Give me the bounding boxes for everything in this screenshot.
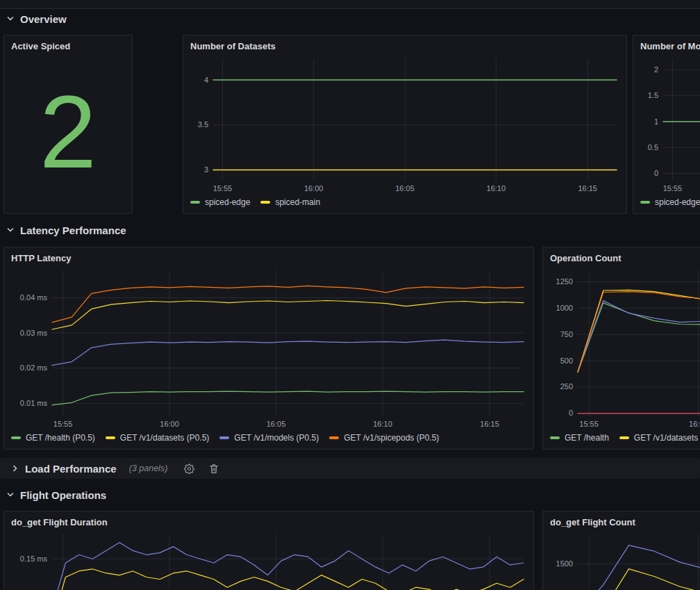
chart-number-of-models[interactable]: 15:5516:0016:0516:1016:1500.511.52 [640,54,700,195]
svg-text:1000: 1000 [556,304,573,312]
gear-icon[interactable] [184,464,194,474]
chart-http-latency[interactable]: 15:5516:0016:0516:1016:150.01 ms0.02 ms0… [11,266,526,431]
svg-text:16:00: 16:00 [160,420,179,428]
legend-swatch [106,436,115,439]
svg-text:0: 0 [569,409,573,417]
legend-label: GET /health [565,433,609,443]
legend-swatch [329,436,339,439]
grafana-dashboard: Overview Active Spiced 2 Number of Datas… [0,0,700,590]
panel-number-of-models: Number of Models 15:5516:0016:0516:1016:… [633,35,700,214]
chevron-right-icon [10,464,20,473]
legend-label: GET /v1/datasets [634,433,699,443]
chart-flight-duration[interactable]: 15:5516:0016:0516:1016:150.15 ms [11,530,526,590]
chart-operation-count[interactable]: 15:5516:0016:0516:1016:15025050075010001… [550,266,700,431]
panel-title[interactable]: Number of Datasets [190,39,619,54]
legend: spiced-edge [640,195,700,209]
legend-item[interactable]: GET /v1/models (P0.5) [219,433,319,443]
legend-label: GET /health (P0.5) [26,433,95,443]
svg-text:16:15: 16:15 [578,184,597,192]
svg-text:16:10: 16:10 [373,420,392,428]
svg-text:1.5: 1.5 [648,91,658,99]
panel-title[interactable]: Active Spiced [11,39,125,54]
section-title: Flight Operations [20,489,106,501]
section-title: Latency Performance [20,224,126,236]
panel-count-label: (3 panels) [129,464,168,473]
svg-text:15:55: 15:55 [53,420,73,428]
svg-text:16:00: 16:00 [304,184,324,192]
svg-text:16:00: 16:00 [689,420,700,428]
chevron-down-icon [6,225,15,235]
panel-title[interactable]: do_get Flight Count [550,515,700,530]
svg-text:1: 1 [654,117,658,126]
panel-flight-duration: do_get Flight Duration 15:5516:0016:0516… [3,511,534,590]
legend-label: GET /v1/spicepods (P0.5) [344,433,439,443]
legend-item[interactable]: GET /health [550,433,609,443]
svg-text:500: 500 [560,357,573,365]
legend-swatch [11,436,21,439]
svg-text:16:05: 16:05 [267,420,286,428]
legend-swatch [260,201,270,204]
legend-swatch [190,201,200,204]
panel-flight-count: do_get Flight Count 15:5516:0016:0516:10… [542,511,700,590]
panel-operation-count: Operation Count 15:5516:0016:0516:1016:1… [542,247,700,450]
legend-item[interactable]: GET /v1/spicepods (P0.5) [329,433,439,443]
section-header-overview[interactable]: Overview [6,11,67,26]
legend-swatch [640,201,650,204]
svg-text:16:05: 16:05 [395,184,415,192]
section-header-flight[interactable]: Flight Operations [6,487,106,502]
legend-item[interactable]: GET /v1/datasets [619,433,699,443]
svg-text:1250: 1250 [556,277,573,286]
svg-text:250: 250 [560,382,573,391]
chevron-down-icon [6,14,15,24]
svg-text:750: 750 [560,330,573,338]
legend-item[interactable]: spiced-edge [190,197,250,207]
panel-title[interactable]: Number of Models [640,39,700,54]
svg-text:3: 3 [204,165,208,174]
panel-title[interactable]: Operation Count [550,251,700,266]
legend-item[interactable]: spiced-main [260,197,320,207]
chart-canvas: 15:5516:0016:0516:1016:15025050075010001… [550,266,700,431]
chart-number-of-datasets[interactable]: 15:5516:0016:0516:1016:1533.54 [190,54,619,195]
legend-swatch [550,436,560,439]
panel-title[interactable]: do_get Flight Duration [11,515,526,530]
svg-text:1500: 1500 [556,559,573,568]
chart-canvas: 15:5516:0016:0516:1016:1500.511.52 [640,54,700,195]
legend-swatch [219,436,229,439]
chart-canvas: 15:5516:0016:0516:1016:1533.54 [190,54,619,195]
trash-icon[interactable] [209,464,219,474]
toolbar-edge [0,0,700,9]
svg-text:16:15: 16:15 [480,420,499,428]
svg-text:0.01 ms: 0.01 ms [20,399,48,407]
legend-label: spiced-main [275,197,320,207]
chart-flight-count[interactable]: 15:5516:0016:0516:1016:151500 [550,530,700,590]
panel-title[interactable]: HTTP Latency [11,251,526,266]
svg-text:3.5: 3.5 [198,120,208,129]
panel-http-latency: HTTP Latency 15:5516:0016:0516:1016:150.… [3,247,534,450]
legend-item[interactable]: GET /v1/datasets (P0.5) [106,433,210,443]
legend-item[interactable]: GET /health (P0.5) [11,433,95,443]
legend: GET /healthGET /v1/datasetsGET /v1/model… [550,431,700,445]
svg-text:0.15 ms: 0.15 ms [20,555,48,563]
svg-text:0.03 ms: 0.03 ms [20,329,48,337]
svg-text:0.04 ms: 0.04 ms [20,293,48,302]
stat-value: 2 [11,54,125,209]
legend-swatch [619,436,629,439]
svg-text:15:55: 15:55 [663,184,683,192]
section-header-load-performance[interactable]: Load Performance (3 panels) [0,458,700,479]
legend: spiced-edgespiced-main [190,195,619,209]
chevron-down-icon [6,490,15,500]
section-header-latency[interactable]: Latency Performance [6,222,126,238]
legend-label: spiced-edge [655,197,700,207]
svg-text:4: 4 [204,76,208,84]
chart-canvas: 15:5516:0016:0516:1016:151500 [550,530,700,590]
chart-canvas: 15:5516:0016:0516:1016:150.15 ms [11,530,526,590]
svg-text:0.5: 0.5 [648,143,658,151]
legend-item[interactable]: spiced-edge [640,197,700,207]
svg-text:2: 2 [654,65,658,74]
chart-canvas: 15:5516:0016:0516:1016:150.01 ms0.02 ms0… [11,266,526,431]
legend: GET /health (P0.5)GET /v1/datasets (P0.5… [11,431,526,445]
legend-label: GET /v1/models (P0.5) [234,433,319,443]
svg-text:15:55: 15:55 [579,420,599,428]
legend-label: spiced-edge [205,197,250,207]
svg-text:16:10: 16:10 [487,184,506,192]
